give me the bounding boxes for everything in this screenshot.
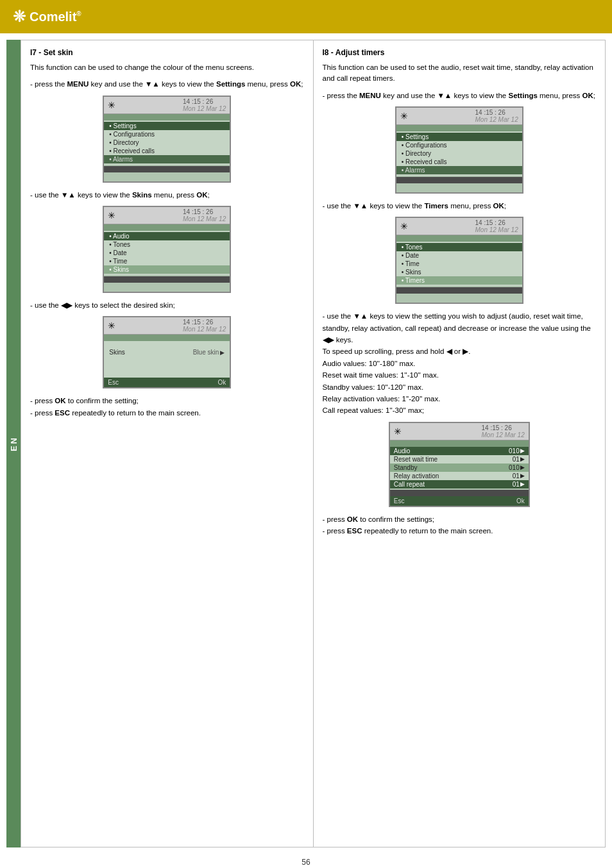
left-screen3-escok: Esc Ok — [104, 378, 230, 387]
left-s2-item2: • Tones — [104, 240, 230, 249]
right-section-title: I8 - Adjust timers — [323, 48, 597, 57]
page-number-bar: 56 — [0, 854, 612, 868]
right-screen2-footer-space — [396, 294, 522, 303]
relay-label: Relay activation — [394, 472, 439, 480]
right-s2-item1: • Tones — [396, 243, 522, 251]
right-s2-item4: • Skins — [396, 268, 522, 276]
left-screen3-date: Mon 12 Mar 12 — [183, 326, 226, 333]
right-screen3-escok: Esc Ok — [390, 496, 529, 506]
side-tab: EN — [6, 40, 21, 847]
right-s1-item5: • Alarms — [396, 166, 522, 174]
timer-row-standby: Standby 010▶ — [390, 463, 529, 472]
skins-label: Skins — [109, 349, 124, 356]
right-column: I8 - Adjust timers This function can be … — [314, 40, 606, 847]
left-screen1-footer-space — [104, 172, 230, 181]
arrow-right-standby: ▶ — [520, 464, 525, 471]
side-tab-label: EN — [9, 436, 19, 451]
right-footer-line2: - press ESC repeatedly to return to the … — [323, 525, 597, 537]
callrepeat-value: 01▶ — [513, 481, 525, 488]
star-icon-r3: ✳ — [394, 426, 402, 437]
left-screen2-menu: • Audio • Tones • Date • Time • Skins — [104, 231, 230, 275]
left-screen1-header: ✳ 14 :15 : 26 Mon 12 Mar 12 — [104, 97, 230, 114]
right-screen3-time: 14 :15 : 26 — [481, 424, 524, 431]
left-s1-item4: • Received calls — [104, 147, 230, 155]
ok-label-r3: Ok — [516, 497, 525, 505]
left-column: I7 - Set skin This function can be used … — [21, 40, 314, 847]
audio-value: 010▶ — [509, 447, 525, 455]
right-screen1-date: Mon 12 Mar 12 — [475, 116, 518, 123]
left-screen3-topbar — [104, 335, 230, 341]
star-icon3: ✳ — [108, 321, 115, 331]
right-screen3-topbar — [390, 440, 529, 447]
left-screen2-footer-space — [104, 283, 230, 292]
right-footer: - press OK to confirm the settings; - pr… — [323, 513, 597, 537]
timer-row-reset: Reset wait time 01▶ — [390, 455, 529, 463]
left-footer-line2: - press ESC repeatedly to return to the … — [30, 407, 304, 419]
right-screen2-time: 14 :15 : 26 — [475, 219, 518, 226]
left-screen1-date: Mon 12 Mar 12 — [183, 105, 226, 112]
left-screen2-time: 14 :15 : 26 — [183, 208, 226, 215]
left-screen1-menu: • Settings • Configurations • Directory … — [104, 121, 230, 165]
left-s1-item2: • Configurations — [104, 130, 230, 138]
logo-brand: Comelit® — [30, 10, 81, 24]
left-s2-item3: • Date — [104, 249, 230, 257]
star-icon-r2: ✳ — [400, 221, 408, 231]
left-step1: - press the MENU key and use the ▼▲ keys… — [30, 78, 304, 90]
right-screen2-bottombar — [396, 287, 522, 294]
right-step1: - press the MENU key and use the ▼▲ keys… — [323, 90, 597, 101]
right-screen2-header: ✳ 14 :15 : 26 Mon 12 Mar 12 — [396, 218, 522, 235]
left-screen1: ✳ 14 :15 : 26 Mon 12 Mar 12 • Settings •… — [103, 96, 231, 183]
right-screen2-wrap: ✳ 14 :15 : 26 Mon 12 Mar 12 • Tones • Da… — [323, 217, 597, 304]
arrow-right-callrepeat: ▶ — [520, 481, 525, 487]
logo-icon: ❊ — [13, 8, 26, 26]
skin-row: Skins Blue skin ▶ — [104, 347, 230, 357]
audio-label: Audio — [394, 447, 411, 455]
right-s1-item3: • Directory — [396, 149, 522, 158]
right-screen1-bottombar — [396, 177, 522, 183]
left-screen1-bottombar — [104, 166, 230, 172]
right-screen3: ✳ 14 :15 : 26 Mon 12 Mar 12 Audio 010▶ — [389, 422, 530, 507]
header: ❊ Comelit® — [0, 0, 612, 33]
standby-value: 010▶ — [509, 464, 525, 471]
left-s1-item5: • Alarms — [104, 155, 230, 163]
main-content: EN I7 - Set skin This function can be us… — [0, 33, 612, 854]
right-screen1-wrap: ✳ 14 :15 : 26 Mon 12 Mar 12 • Settings •… — [323, 106, 597, 194]
left-step3: - use the ◀▶ keys to select the desired … — [30, 299, 304, 311]
star-icon2: ✳ — [108, 210, 115, 221]
right-screen1-menu: • Settings • Configurations • Directory … — [396, 131, 522, 176]
left-s1-item1: • Settings — [104, 122, 230, 130]
right-step2: - use the ▼▲ keys to view the Timers men… — [323, 200, 597, 212]
left-s2-item4: • Time — [104, 257, 230, 265]
right-screen2: ✳ 14 :15 : 26 Mon 12 Mar 12 • Tones • Da… — [395, 217, 523, 304]
right-intro: This function can be used to set the aud… — [323, 62, 597, 85]
right-screen2-topbar — [396, 235, 522, 242]
left-screen1-wrap: ✳ 14 :15 : 26 Mon 12 Mar 12 • Settings •… — [30, 96, 304, 183]
right-s1-item2: • Configurations — [396, 141, 522, 149]
callrepeat-label: Call repeat — [394, 481, 425, 488]
right-screen1: ✳ 14 :15 : 26 Mon 12 Mar 12 • Settings •… — [395, 106, 523, 194]
arrow-right-audio: ▶ — [520, 447, 525, 454]
skin-value: Blue skin ▶ — [193, 349, 225, 356]
right-s1-item4: • Received calls — [396, 158, 522, 166]
arrow-right-relay: ▶ — [520, 472, 525, 479]
right-screen2-menu: • Tones • Date • Time • Skins • Timers — [396, 242, 522, 286]
star-icon: ✳ — [108, 100, 115, 110]
left-s1-item3: • Directory — [104, 138, 230, 147]
timer-row-callrepeat: Call repeat 01▶ — [390, 480, 529, 488]
left-screen3-time: 14 :15 : 26 — [183, 319, 226, 326]
left-step2: - use the ▼▲ keys to view the Skins menu… — [30, 189, 304, 201]
left-screen2-wrap: ✳ 14 :15 : 26 Mon 12 Mar 12 • Audio • To… — [30, 206, 304, 293]
right-screen1-topbar — [396, 125, 522, 131]
standby-label: Standby — [394, 464, 418, 471]
left-screen3-body: Skins Blue skin ▶ — [104, 341, 230, 363]
reset-value: 01▶ — [513, 456, 525, 463]
timer-row-audio: Audio 010▶ — [390, 447, 529, 455]
left-section-title: I7 - Set skin — [30, 48, 304, 57]
right-screen3-date: Mon 12 Mar 12 — [481, 431, 524, 438]
columns: I7 - Set skin This function can be used … — [21, 40, 606, 847]
left-intro: This function can be used to change the … — [30, 62, 304, 73]
reset-label: Reset wait time — [394, 456, 438, 463]
right-screen1-footer-space — [396, 183, 522, 192]
left-screen3-header: ✳ 14 :15 : 26 Mon 12 Mar 12 — [104, 317, 230, 335]
left-screen3: ✳ 14 :15 : 26 Mon 12 Mar 12 Skins Blue s… — [103, 316, 231, 388]
